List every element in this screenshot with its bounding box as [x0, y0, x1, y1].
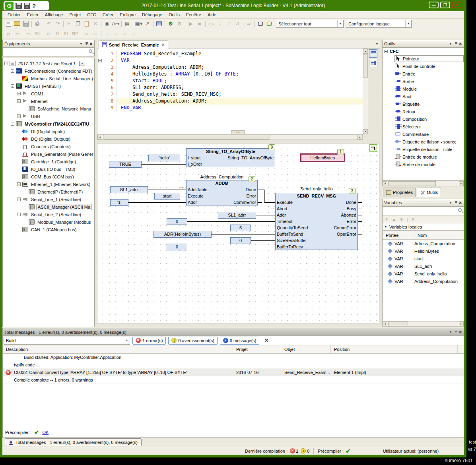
- expander-icon[interactable]: +: [17, 114, 21, 118]
- fold-toggle[interactable]: −: [97, 57, 104, 64]
- clipboard-icon[interactable]: ▤: [123, 20, 132, 28]
- menu-éditer[interactable]: Éditer: [24, 12, 41, 18]
- find-icon[interactable]: ◉: [103, 20, 111, 28]
- fold-icon[interactable]: −: [98, 59, 102, 62]
- message-row[interactable]: typify code ...: [3, 361, 464, 369]
- cfc-block-send-recv-msg[interactable]: SEND_RECV_MSG ExecuteAbortAddrTimeoutQua…: [275, 193, 358, 250]
- tree-item-fdtconnections[interactable]: -FdtConnections (Connexions FDT): [3, 67, 94, 75]
- variables-locales-section[interactable]: ▼ Variables locales: [382, 223, 464, 231]
- code-text[interactable]: END_VAR: [117, 105, 363, 111]
- network-link-icon[interactable]: ┌┐: [4, 30, 13, 38]
- expander-icon[interactable]: -: [17, 182, 21, 186]
- tree-item-io_bus[interactable]: IO_Bus (IO bus - TM3): [3, 165, 94, 173]
- scroll-thumb[interactable]: [388, 322, 408, 326]
- tree-item-cartridge_1[interactable]: Cartridge_1 (Cartridge): [3, 158, 94, 165]
- tree-item-serial_line_1[interactable]: -Serial_Line_1 (Serial line): [3, 196, 94, 203]
- expander-icon[interactable]: -: [4, 62, 8, 65]
- login-icon[interactable]: ⚙: [166, 20, 175, 28]
- panel-menu-icon[interactable]: ▼: [448, 201, 453, 205]
- panel-menu-icon[interactable]: ▼: [78, 42, 84, 46]
- chevron-down-icon[interactable]: ▼: [124, 337, 130, 344]
- cfc-input-quantity[interactable]: 6: [230, 225, 251, 231]
- print-icon[interactable]: ⎙: [33, 20, 42, 28]
- order-back-icon[interactable]: ❏: [111, 30, 120, 38]
- delete-variable-icon[interactable]: ✕: [411, 217, 415, 222]
- tree-item-usb[interactable]: +USB: [3, 112, 94, 120]
- variable-row[interactable]: VARSend_only_hello: [383, 270, 464, 277]
- step-out-icon[interactable]: ⤴: [224, 20, 233, 28]
- menu-fichier[interactable]: Fichier: [5, 12, 23, 18]
- column-description[interactable]: Description: [3, 345, 233, 353]
- step-return-icon[interactable]: ↺: [233, 20, 242, 28]
- somachine-logo-icon[interactable]: ⚙: [5, 2, 14, 10]
- start-icon[interactable]: ▶: [187, 20, 195, 28]
- menu-outils[interactable]: Outils: [166, 12, 183, 18]
- variable-row[interactable]: VARSL1_adrr: [383, 262, 464, 270]
- menu-fenêtre[interactable]: Fenêtre: [183, 12, 204, 18]
- tab-proprietes[interactable]: Propriétés: [383, 188, 416, 197]
- cfc-block-string-to-arrayofbyte[interactable]: String_TO_ArrayOfByte i_sIputi_xOrdr Str…: [186, 148, 275, 167]
- table-view-button[interactable]: [369, 59, 377, 67]
- tree-item-ethernetip[interactable]: EthernetIP (EthernetIP): [3, 188, 94, 196]
- variable-row[interactable]: VARHelloInBytes: [383, 247, 464, 255]
- message-row[interactable]: Compile complete -- 1 errors, 0 warnings: [3, 376, 464, 384]
- copy-icon[interactable]: ❐: [74, 20, 82, 28]
- en-eno-icon[interactable]: EN: [33, 30, 42, 38]
- expander-icon[interactable]: -: [17, 198, 21, 201]
- tree-item-com_bus[interactable]: COM_Bus (COM bus): [3, 173, 94, 180]
- tree-item-somachine_network_mana[interactable]: SoMachine_Network_Mana: [3, 105, 94, 112]
- cfc-block-addm[interactable]: ADDM AddrTableExecuteAddr DoneErrorCommE…: [186, 180, 258, 205]
- variables-horizontal-scrollbar[interactable]: ◄ ►: [382, 321, 464, 327]
- export-icon[interactable]: ↗: [143, 20, 152, 28]
- add-variable-icon[interactable]: ✦: [385, 217, 389, 222]
- move-down-icon[interactable]: ▼: [399, 217, 404, 222]
- cfc-input-one[interactable]: '1': [110, 199, 128, 206]
- coil-x-icon[interactable]: ✕⌉: [45, 30, 53, 38]
- select-all-dropdown[interactable]: Sélectionner tout▼: [276, 20, 344, 28]
- save-all-icon[interactable]: [24, 3, 30, 9]
- replace-icon[interactable]: A↦: [111, 20, 120, 28]
- cut-icon[interactable]: ✂: [65, 20, 74, 28]
- tool-comment[interactable]: Commentaire: [383, 130, 464, 138]
- editor-vertical-scrollbar[interactable]: ▲ ▼: [363, 48, 368, 134]
- scroll-thumb[interactable]: [363, 54, 368, 78]
- tools-horizontal-scrollbar[interactable]: ◄ ►: [382, 181, 464, 186]
- tree-item-com1[interactable]: +COM1: [3, 90, 94, 97]
- tool-control-point[interactable]: Point de contrôle: [383, 62, 464, 70]
- device-dropdown-icon[interactable]: ▼: [79, 61, 85, 66]
- errors-filter-button[interactable]: ✕ 1 erreur(s): [132, 337, 166, 345]
- expander-icon[interactable]: -: [17, 99, 21, 103]
- insert-box-icon[interactable]: ⊞: [82, 30, 91, 38]
- undo-icon[interactable]: ↶: [45, 20, 53, 28]
- cfc-canvas[interactable]: String_TO_ArrayOfByte i_sIputi_xOrdr Str…: [97, 143, 379, 324]
- close-panel-icon[interactable]: ✕: [89, 42, 93, 46]
- tree-item-pulse_generators[interactable]: Pulse_Generators (Pulse Gener: [3, 150, 94, 158]
- code-text[interactable]: PROGRAM Send_Receive_Example: [117, 50, 363, 57]
- expander-icon[interactable]: -: [11, 69, 14, 73]
- category-dropdown[interactable]: Build ▼: [4, 337, 130, 345]
- write-values-icon[interactable]: ⇨: [245, 20, 253, 28]
- code-text[interactable]: start: BOOL;: [117, 78, 363, 84]
- order-front-icon[interactable]: ❏: [103, 30, 111, 38]
- tools-group-cfc[interactable]: −CFC: [383, 48, 464, 55]
- menu-affichage[interactable]: Affichage: [42, 12, 66, 18]
- tool-input[interactable]: Entrée: [383, 70, 464, 78]
- menu-aide[interactable]: Aide: [205, 12, 219, 18]
- minimize-button[interactable]: —: [429, 2, 439, 8]
- coil-reset-icon[interactable]: R⌉: [62, 30, 71, 38]
- column-portee[interactable]: Portée: [383, 231, 414, 239]
- cfc-input-sizerecv[interactable]: 0: [230, 237, 251, 244]
- new-icon[interactable]: [4, 20, 13, 28]
- tree-item-ascii_manager[interactable]: ASCII_Manager (ASCII Ma: [3, 203, 94, 211]
- declaration-editor[interactable]: 1PROGRAM Send_Receive_Example−2VAR3 Adre…: [97, 48, 363, 134]
- tree-item-dq[interactable]: DQ (Digital Outputs): [3, 135, 94, 143]
- cfc-input-buffertorecv[interactable]: 0: [167, 244, 187, 250]
- chevron-down-icon[interactable]: ▼: [337, 20, 343, 27]
- tab-outils[interactable]: Outils: [417, 188, 441, 197]
- variable-row[interactable]: VARAddress_Computation: [383, 277, 464, 285]
- column-objet[interactable]: Objet: [281, 345, 331, 353]
- tree-item-modbus_manager[interactable]: Modbus_Manager (Modbus: [3, 218, 94, 226]
- close-button[interactable]: ✕: [452, 2, 462, 8]
- pin-icon[interactable]: [455, 42, 458, 46]
- splitter-grip[interactable]: ▲▼: [231, 130, 245, 134]
